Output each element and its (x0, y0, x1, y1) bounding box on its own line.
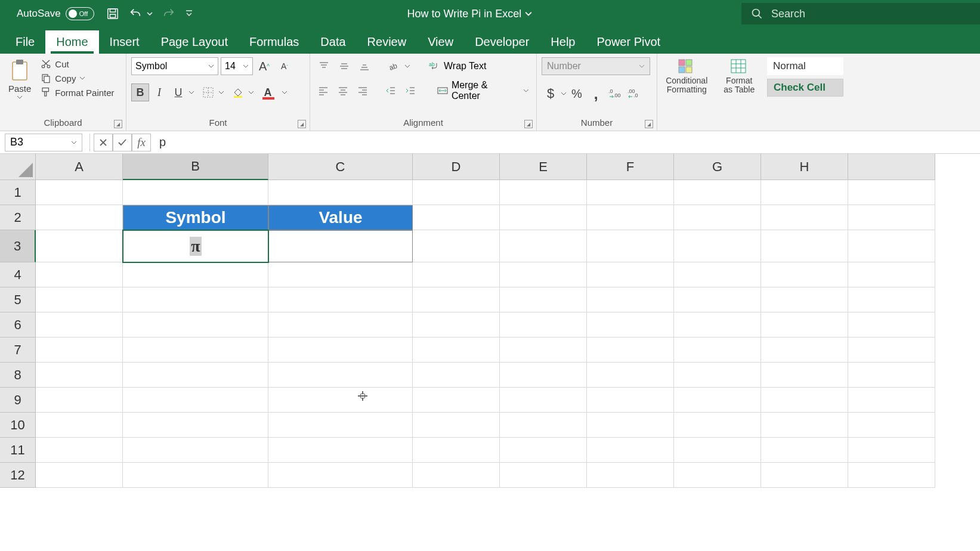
chevron-down-icon[interactable] (188, 90, 194, 95)
increase-decimal-button[interactable]: .0.00 (606, 85, 624, 103)
cell-g3[interactable] (674, 230, 761, 262)
row-header-5[interactable]: 5 (0, 287, 36, 312)
tab-insert[interactable]: Insert (99, 30, 150, 54)
comma-format-button[interactable]: , (587, 85, 605, 103)
cell-h3[interactable] (761, 230, 848, 262)
conditional-formatting-button[interactable]: Conditional Formatting (662, 57, 712, 96)
autosave-toggle[interactable]: Off (66, 7, 94, 20)
col-header-f[interactable]: F (587, 154, 674, 180)
cell-d3[interactable] (413, 230, 500, 262)
col-header-g[interactable]: G (674, 154, 761, 180)
tab-page-layout[interactable]: Page Layout (150, 30, 239, 54)
row-header-8[interactable]: 8 (0, 363, 36, 388)
cell-b10[interactable] (123, 413, 268, 438)
cell-c4[interactable] (268, 262, 413, 287)
cell-d2[interactable] (413, 205, 500, 230)
cell-a5[interactable] (36, 287, 123, 312)
decrease-indent-button[interactable] (382, 82, 399, 100)
cell-extra3[interactable] (848, 230, 935, 262)
decrease-decimal-button[interactable]: .00.0 (625, 85, 643, 103)
cell-f3[interactable] (587, 230, 674, 262)
cell-b9[interactable] (123, 388, 268, 413)
tab-formulas[interactable]: Formulas (239, 30, 310, 54)
cell-e6[interactable] (500, 312, 587, 338)
row-header-1[interactable]: 1 (0, 180, 36, 205)
row-header-9[interactable]: 9 (0, 388, 36, 413)
save-button[interactable] (101, 5, 124, 23)
cell-d8[interactable] (413, 363, 500, 388)
formula-input[interactable]: p (151, 135, 980, 149)
col-header-e[interactable]: E (500, 154, 587, 180)
cell-extra8[interactable] (848, 363, 935, 388)
col-header-c[interactable]: C (268, 154, 413, 180)
cell-c7[interactable] (268, 338, 413, 363)
percent-format-button[interactable]: % (568, 85, 586, 103)
cell-e9[interactable] (500, 388, 587, 413)
row-header-2[interactable]: 2 (0, 205, 36, 230)
qat-customize[interactable] (180, 7, 198, 20)
format-painter-button[interactable]: Format Painter (38, 86, 116, 99)
cell-c6[interactable] (268, 312, 413, 338)
cell-g7[interactable] (674, 338, 761, 363)
cell-a2[interactable] (36, 205, 123, 230)
redo-button[interactable] (157, 5, 180, 23)
underline-button[interactable]: U (169, 83, 187, 101)
cell-d11[interactable] (413, 438, 500, 463)
select-all-corner[interactable] (0, 154, 36, 180)
align-top-button[interactable] (315, 57, 333, 75)
cell-a10[interactable] (36, 413, 123, 438)
cell-e12[interactable] (500, 463, 587, 488)
cell-e1[interactable] (500, 180, 587, 205)
cell-g5[interactable] (674, 287, 761, 312)
cell-e11[interactable] (500, 438, 587, 463)
cell-d10[interactable] (413, 413, 500, 438)
row-header-10[interactable]: 10 (0, 413, 36, 438)
cell-extra10[interactable] (848, 413, 935, 438)
cell-c12[interactable] (268, 463, 413, 488)
name-box[interactable]: B3 (5, 134, 82, 151)
cell-b8[interactable] (123, 363, 268, 388)
col-header-h[interactable]: H (761, 154, 848, 180)
tab-data[interactable]: Data (310, 30, 356, 54)
cell-extra12[interactable] (848, 463, 935, 488)
cell-h10[interactable] (761, 413, 848, 438)
cell-g2[interactable] (674, 205, 761, 230)
cell-extra11[interactable] (848, 438, 935, 463)
font-name-select[interactable]: Symbol (131, 57, 218, 75)
cell-h6[interactable] (761, 312, 848, 338)
cell-g12[interactable] (674, 463, 761, 488)
cell-b6[interactable] (123, 312, 268, 338)
cell-b7[interactable] (123, 338, 268, 363)
cell-g6[interactable] (674, 312, 761, 338)
chevron-down-icon[interactable] (248, 90, 254, 95)
col-header-b[interactable]: B (123, 154, 268, 180)
cell-c10[interactable] (268, 413, 413, 438)
cell-c8[interactable] (268, 363, 413, 388)
cell-d5[interactable] (413, 287, 500, 312)
cell-g11[interactable] (674, 438, 761, 463)
align-left-button[interactable] (315, 82, 332, 100)
cell-d6[interactable] (413, 312, 500, 338)
undo-dropdown[interactable] (147, 8, 157, 19)
cell-c3[interactable] (268, 230, 413, 262)
increase-indent-button[interactable] (401, 82, 419, 100)
insert-function-button[interactable]: fx (132, 134, 151, 151)
cell-extra7[interactable] (848, 338, 935, 363)
cell-d12[interactable] (413, 463, 500, 488)
cell-h4[interactable] (761, 262, 848, 287)
cut-button[interactable]: Cut (38, 57, 116, 70)
fill-color-button[interactable] (229, 83, 247, 101)
cell-f9[interactable] (587, 388, 674, 413)
merge-center-button[interactable]: Merge & Center (434, 79, 531, 103)
cell-g8[interactable] (674, 363, 761, 388)
cell-extra2[interactable] (848, 205, 935, 230)
number-dialog-launcher[interactable]: ◢ (645, 120, 653, 128)
row-header-11[interactable]: 11 (0, 438, 36, 463)
cell-b12[interactable] (123, 463, 268, 488)
search-box[interactable]: Search (741, 3, 980, 24)
tab-help[interactable]: Help (540, 30, 586, 54)
chevron-down-icon[interactable] (218, 90, 224, 95)
cell-a9[interactable] (36, 388, 123, 413)
row-header-6[interactable]: 6 (0, 312, 36, 338)
cell-style-normal[interactable]: Normal (767, 57, 843, 75)
